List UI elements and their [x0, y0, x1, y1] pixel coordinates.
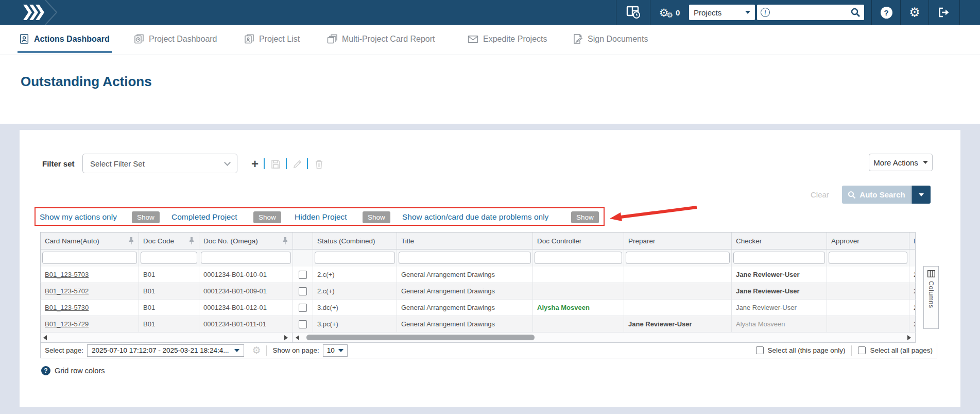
logout-icon[interactable] [931, 0, 957, 25]
column-header-doc-no[interactable]: Doc No. (Omega) [199, 233, 293, 249]
tab-project-dashboard[interactable]: Project Dashboard [132, 25, 219, 53]
column-filter-input[interactable] [626, 252, 730, 264]
clear-button[interactable]: Clear [811, 190, 829, 199]
tab-expedite-projects[interactable]: Expedite Projects [466, 25, 549, 53]
column-filter-input[interactable] [141, 252, 197, 264]
column-header-preparer[interactable]: Preparer [624, 233, 732, 249]
page-settings-gear-icon[interactable]: ⚙ [252, 344, 261, 356]
column-filter-input[interactable] [201, 252, 291, 264]
quick-filter-due-date-problems-label[interactable]: Show action/card due date problems only [402, 212, 548, 222]
edit-filter-set-button[interactable] [291, 157, 304, 171]
column-header-approver[interactable]: Approver [827, 233, 909, 249]
add-filter-set-button[interactable]: + [248, 157, 262, 171]
tab-multi-project-card-report[interactable]: Multi-Project Card Report [325, 25, 437, 53]
column-header-card-name[interactable]: Card Name(Auto) [41, 233, 139, 249]
card-link[interactable]: B01_123-5729 [45, 320, 89, 328]
select-page-dropdown[interactable]: 2025-07-10 17:12:07 - 2025-03-21 18:24:4… [87, 344, 244, 357]
columns-flyout-tab[interactable]: Columns [923, 266, 939, 329]
more-actions-label: More Actions [873, 158, 918, 167]
pin-icon[interactable] [188, 237, 195, 245]
project-list-icon [244, 34, 254, 44]
report-windows-icon[interactable] [620, 0, 647, 25]
grid-scrollbars [40, 333, 916, 343]
top-navigation-bar: ⚙⚙ 0 Projects i ? ⚙ [0, 0, 980, 25]
quick-filter-my-actions-label[interactable]: Show my actions only [40, 212, 117, 222]
column-header-title[interactable]: Title [397, 233, 533, 249]
outstanding-actions-panel: Filter set Select Filter Set + More Acti… [20, 130, 960, 407]
row-checkbox[interactable] [299, 320, 307, 328]
table-row[interactable]: B01_123-5729 B01 0001234-B01-011-01 3.pc… [40, 316, 916, 333]
card-report-icon [327, 34, 337, 44]
grid-row-colors-help[interactable]: ? Grid row colors [41, 366, 105, 375]
save-filter-set-button[interactable] [269, 157, 282, 171]
quick-filter-my-actions-show-button[interactable]: Show [132, 211, 160, 223]
quick-filter-hidden-project-label[interactable]: Hidden Project [295, 212, 347, 222]
column-filter-input[interactable] [829, 252, 907, 264]
quick-filter-completed-project-label[interactable]: Completed Project [171, 212, 237, 222]
column-filter-input[interactable] [315, 252, 395, 264]
column-header-due-date[interactable]: D [909, 233, 916, 249]
toolbar-divider [264, 158, 265, 169]
row-checkbox[interactable] [299, 304, 307, 312]
card-link[interactable]: B01_123-5730 [45, 304, 89, 311]
envelope-icon [468, 34, 478, 44]
quick-filter-due-date-problems-show-button[interactable]: Show [571, 211, 599, 223]
scrollbar-thumb[interactable] [306, 335, 535, 340]
scope-select[interactable]: Projects [689, 5, 755, 20]
quick-filters-annotation-box: Show my actions only Show Completed Proj… [35, 207, 605, 226]
scroll-right-icon[interactable] [284, 335, 288, 340]
select-all-all-pages-checkbox[interactable] [858, 346, 866, 354]
column-header-status[interactable]: Status (Combined) [313, 233, 397, 249]
table-row[interactable]: B01_123-5703 B01 0001234-B01-010-01 2.c(… [40, 267, 916, 283]
column-filter-input[interactable] [535, 252, 622, 264]
info-icon[interactable]: i [761, 8, 770, 17]
table-row[interactable]: B01_123-5730 B01 0001234-B01-012-01 3.dc… [40, 300, 916, 316]
search-icon[interactable] [850, 7, 861, 18]
tab-sign-documents[interactable]: Sign Documents [571, 25, 650, 53]
help-icon[interactable]: ? [874, 0, 899, 25]
auto-search-dropdown-button[interactable] [912, 186, 931, 204]
module-tab-bar: Actions Dashboard Project Dashboard Proj… [0, 25, 980, 55]
auto-search-button[interactable]: Auto Search [842, 186, 911, 204]
chevron-down-icon [745, 11, 750, 14]
tab-project-list[interactable]: Project List [242, 25, 302, 53]
table-row[interactable]: B01_123-5702 B01 0001234-B01-009-01 2.c(… [40, 283, 916, 300]
select-all-this-page-checkbox[interactable] [756, 346, 764, 354]
column-filter-input[interactable] [42, 252, 137, 264]
quick-filter-hidden-project-show-button[interactable]: Show [363, 211, 390, 223]
scroll-right-icon[interactable] [907, 335, 911, 340]
row-checkbox[interactable] [299, 271, 307, 279]
scope-select-value: Projects [694, 8, 745, 17]
row-checkbox[interactable] [299, 287, 307, 295]
delete-filter-set-button[interactable] [312, 157, 325, 171]
workflows-gears-icon[interactable]: ⚙⚙ 0 [653, 0, 686, 25]
pin-icon[interactable] [128, 237, 134, 245]
columns-scrollbar[interactable] [293, 333, 915, 342]
settings-gear-icon[interactable]: ⚙ [902, 0, 927, 25]
quick-filter-completed-project-show-button[interactable]: Show [253, 211, 281, 223]
toolbar-divider [286, 158, 287, 169]
scroll-left-icon[interactable] [43, 335, 47, 340]
card-link[interactable]: B01_123-5702 [45, 287, 89, 295]
tab-actions-dashboard[interactable]: Actions Dashboard [18, 25, 112, 53]
scroll-left-icon[interactable] [296, 335, 299, 340]
card-link[interactable]: B01_123-5703 [45, 271, 89, 278]
global-search-input[interactable] [770, 8, 850, 16]
app-logo-icon[interactable] [23, 5, 46, 22]
pin-icon[interactable] [282, 237, 288, 245]
filter-set-select[interactable]: Select Filter Set [82, 154, 237, 173]
tab-label: Actions Dashboard [34, 35, 110, 44]
more-actions-button[interactable]: More Actions [869, 154, 933, 171]
column-header-doc-code[interactable]: Doc Code [139, 233, 199, 249]
filter-cell-cut [909, 250, 916, 267]
topbar-divider [900, 0, 901, 25]
tab-label: Project List [259, 35, 300, 44]
frozen-columns-scrollbar[interactable] [41, 333, 293, 342]
column-header-doc-controller[interactable]: Doc Controller [533, 233, 624, 249]
question-circle-icon: ? [41, 366, 50, 375]
show-on-page-dropdown[interactable]: 10 [323, 344, 348, 357]
search-icon [848, 191, 856, 199]
column-header-checker[interactable]: Checker [732, 233, 827, 249]
column-filter-input[interactable] [733, 252, 825, 264]
column-filter-input[interactable] [399, 252, 531, 264]
